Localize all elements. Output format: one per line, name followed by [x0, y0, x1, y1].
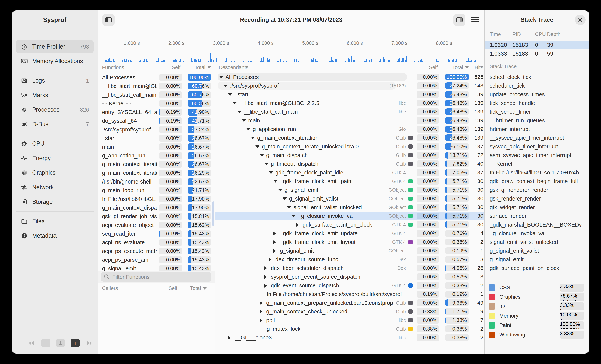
descendant-row[interactable]: All Processes0.00%100.00%100.00%525: [215, 73, 484, 81]
expand-arrow-icon[interactable]: [260, 318, 262, 322]
descendant-row[interactable]: polllibc0.00%1.33%1.33%7: [215, 316, 484, 325]
desc-hits-header[interactable]: Hits: [461, 62, 483, 72]
expand-arrow-icon[interactable]: [269, 258, 271, 261]
collapse-arrow-icon[interactable]: [233, 102, 237, 105]
descendants-column-header[interactable]: Descendants: [219, 62, 249, 72]
function-row[interactable]: __libc_start_main@GLIBC_2.2.50.00%60.76%…: [98, 82, 214, 90]
stack-frame[interactable]: __sysvec_apic_timer_interrupt: [490, 134, 589, 142]
stack-frame[interactable]: asm_sysvec_apic_timer_interrupt: [490, 151, 589, 160]
sidebar-item-network[interactable]: Network: [16, 181, 94, 194]
stack-frame[interactable]: - - Kernel - -: [490, 160, 589, 168]
stack-frame[interactable]: hrtimer_interrupt: [490, 125, 589, 134]
functions-scrollbar[interactable]: [212, 201, 214, 226]
cpu-activity-histogram[interactable]: [98, 49, 484, 62]
zoom-out-button[interactable]: −: [41, 339, 50, 347]
descendant-row[interactable]: g_main_context_iterate_unlocked.isra.0GL…: [215, 142, 484, 151]
function-row[interactable]: g_main_loop_run0.00%21.71%21.71%: [98, 186, 214, 195]
collapse-arrow-icon[interactable]: [228, 93, 232, 96]
stack-frame[interactable]: surface_render: [490, 212, 589, 220]
stack-frame[interactable]: tick_sched_timer: [490, 107, 589, 116]
expand-arrow-icon[interactable]: [273, 232, 276, 235]
descendant-row[interactable]: gdk_frame_clock_paint_idleGTK 40.00%7.05…: [215, 168, 484, 177]
descendant-row[interactable]: signal_emit_valist_unlockedGObject0.00%5…: [215, 203, 484, 212]
collapse-arrow-icon[interactable]: [242, 119, 246, 122]
functions-column-header[interactable]: Functions: [102, 62, 124, 72]
sidebar-item-logs[interactable]: Logs1: [16, 74, 94, 87]
expand-arrow-icon[interactable]: [260, 301, 262, 305]
pid-column-header[interactable]: PID: [512, 29, 521, 40]
filter-functions-input[interactable]: Filter Functions: [101, 272, 211, 282]
stack-frame[interactable]: gtk_widget_render: [490, 203, 589, 212]
stack-frame[interactable]: _gdk_marshal_BOOLEAN__BOXEDv: [490, 220, 589, 229]
descendant-row[interactable]: g_signal_emitGObject0.00%0.19%1: [215, 246, 484, 255]
stack-sample-row[interactable]: 1.032015183039: [485, 41, 589, 49]
function-row[interactable]: __libc_start_call_main0.00%60.76%60.76%: [98, 90, 214, 99]
stack-frame[interactable]: __hrtimer_run_queues: [490, 116, 589, 125]
close-icon[interactable]: [575, 15, 585, 25]
function-row[interactable]: do_syscall_640.19%41.71%41.71%: [98, 116, 214, 125]
descendant-row[interactable]: gdk_event_source_dispatchGTK 40.00%0.38%…: [215, 281, 484, 290]
stack-frame[interactable]: gsk_gl_renderer_render: [490, 186, 589, 194]
sidebar-item-memory-allocations[interactable]: Memory Allocations: [16, 55, 94, 68]
descendant-row[interactable]: g_timeout_dispatchGLib0.00%7.62%7.62%40: [215, 160, 484, 168]
function-row[interactable]: entry_SYSCALL_64_after_hwframe0.19%41.90…: [98, 108, 214, 116]
stack-frame[interactable]: sysvec_apic_timer_interrupt: [490, 142, 589, 151]
total-column-header[interactable]: Total: [188, 62, 211, 72]
function-row[interactable]: acpi_ns_evaluate0.00%15.43%15.43%: [98, 238, 214, 247]
stack-frame[interactable]: gsk_renderer_render: [490, 194, 589, 203]
collapse-arrow-icon[interactable]: [246, 128, 250, 130]
descendant-row[interactable]: _gdk_frame_clock_emit_updateGTK 40.00%0.…: [215, 229, 484, 238]
collapse-arrow-icon[interactable]: [237, 111, 241, 113]
descendant-row[interactable]: _gdk_frame_clock_emit_layoutGTK 40.00%0.…: [215, 238, 484, 246]
timeline-ruler[interactable]: 1.000 s2.000 s3.000 s4.000 s5.000 s6.000…: [98, 29, 484, 49]
sidebar-item-cpu[interactable]: CPU: [16, 137, 94, 150]
callers-column-header[interactable]: Callers: [102, 283, 118, 294]
stack-sample-row[interactable]: 1.033315183059: [485, 49, 589, 58]
collapse-arrow-icon[interactable]: [255, 145, 260, 148]
stack-frame[interactable]: tick_sched_handle: [490, 99, 589, 107]
function-row[interactable]: All Processes0.00%100.00%100.00%: [98, 73, 214, 82]
descendant-row[interactable]: dex_fiber_scheduler_dispatchDex0.00%4.95…: [215, 264, 484, 272]
expand-arrow-icon[interactable]: [264, 284, 267, 287]
function-row[interactable]: g_main_context_iterate_unlocked0.00%26.2…: [98, 169, 214, 177]
sidebar-item-marks[interactable]: Marks: [16, 88, 94, 102]
descendant-row[interactable]: g_signal_emit_valistGObject0.00%5.71%5.7…: [215, 194, 484, 203]
expand-arrow-icon[interactable]: [296, 223, 299, 227]
function-row[interactable]: _start0.00%26.67%26.67%: [98, 134, 214, 143]
collapse-arrow-icon[interactable]: [219, 76, 223, 78]
function-row[interactable]: gsk_gl_render_job_visit_node0.00%15.81%1…: [98, 212, 214, 221]
menu-icon[interactable]: [469, 14, 481, 26]
callers-self-header[interactable]: Self: [155, 283, 177, 294]
descendant-row[interactable]: g_application_runGio0.00%26.48%26.48%139: [215, 125, 484, 134]
function-row[interactable]: g_signal_emit0.00%15.43%15.43%: [98, 264, 214, 270]
sidebar-item-metadata[interactable]: Metadata: [16, 229, 94, 242]
zoom-in-button[interactable]: +: [71, 339, 80, 347]
expand-arrow-icon[interactable]: [264, 266, 267, 270]
function-row[interactable]: ./src/sysprof/sysprof0.00%27.24%27.24%: [98, 125, 214, 134]
function-row[interactable]: seq_read_iter0.19%15.43%15.43%: [98, 229, 214, 238]
collapse-arrow-icon[interactable]: [292, 215, 296, 217]
seek-backward-icon[interactable]: [27, 339, 36, 347]
function-row[interactable]: - - Kernel - -0.00%60.38%60.38%: [98, 99, 214, 108]
descendant-row[interactable]: In File /home/christian/Projects/sysprof…: [215, 290, 484, 298]
sidebar-item-graphics[interactable]: Graphics: [16, 166, 94, 179]
collapse-arrow-icon[interactable]: [224, 85, 228, 87]
stack-frame[interactable]: sched_clock_tick: [490, 73, 589, 81]
stack-frame[interactable]: g_signal_emit_valist: [490, 246, 589, 255]
collapse-arrow-icon[interactable]: [278, 189, 282, 191]
function-row[interactable]: In File /usr/lib64/libGL.so.1.7.00.00%17…: [98, 195, 214, 203]
descendant-row[interactable]: _gdk_frame_clock_emit_paintGTK 40.00%5.7…: [215, 177, 484, 186]
expand-arrow-icon[interactable]: [228, 336, 230, 340]
expand-arrow-icon[interactable]: [273, 249, 276, 253]
descendant-row[interactable]: ./src/sysprof/sysprof(15183)0.00%27.24%2…: [215, 81, 484, 90]
collapse-arrow-icon[interactable]: [273, 180, 278, 182]
stack-frame[interactable]: In File /usr/lib64/libGL.so.1.7.0+0x4b: [490, 168, 589, 177]
desc-self-header[interactable]: Self: [417, 62, 439, 72]
sidebar-item-files[interactable]: Files: [16, 215, 94, 228]
stack-frame[interactable]: _g_closure_invoke_va: [490, 229, 589, 238]
descendant-row[interactable]: g_main_context_iterationGLib0.00%26.48%2…: [215, 134, 484, 142]
page-indicator[interactable]: 1: [56, 339, 65, 347]
expand-arrow-icon[interactable]: [264, 275, 267, 279]
stack-frame[interactable]: gdk_surface_paint_on_clock: [490, 264, 589, 272]
descendant-row[interactable]: g_mutex_lockGLib0.38%0.38%2: [215, 325, 484, 333]
